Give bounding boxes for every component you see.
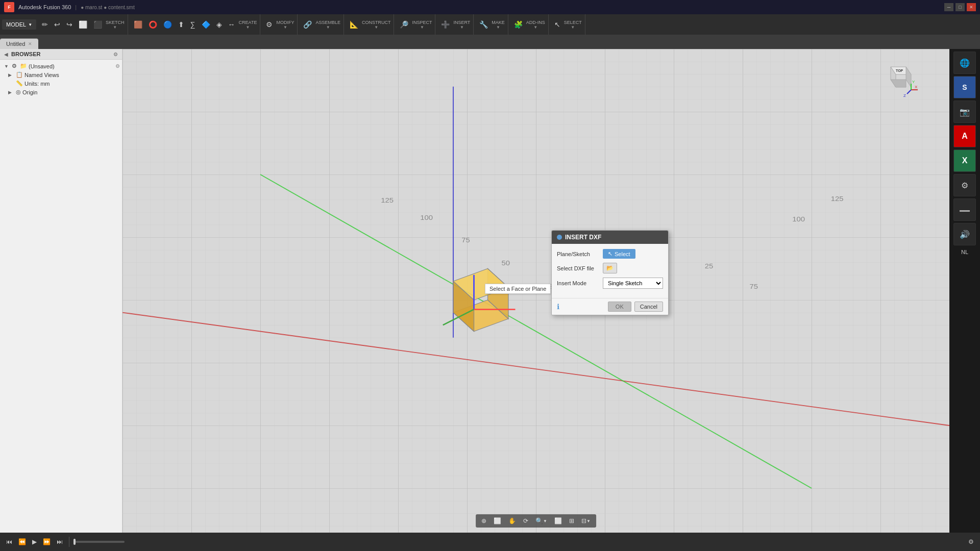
svg-text:100: 100 [792, 215, 805, 223]
taskbar-icon-acrobat[interactable]: A [953, 125, 976, 147]
create-sphere[interactable]: ⭕ [146, 19, 160, 30]
tree-item-root-label: (Unsaved) [29, 63, 115, 69]
taskbar-icon-sound[interactable]: 🔊 [953, 223, 976, 245]
display-mode1[interactable]: ⬜ [552, 516, 565, 526]
skip-back-btn[interactable]: ⏮ [4, 537, 14, 546]
create-cyl[interactable]: 🔵 [161, 19, 175, 30]
units-label: Units: mm [24, 81, 120, 87]
addins-btn[interactable]: 🧩 [511, 19, 525, 30]
construct-section: 📐 CONSTRUCT ▼ [344, 14, 395, 35]
left-panel: ◀ BROWSER ⚙ ▼ ⚙ 📁 (Unsaved) ⚙ ▶ 📋 Named … [0, 49, 122, 551]
create-sum[interactable]: ∑ [188, 19, 198, 30]
svg-text:125: 125 [381, 196, 394, 204]
timeline-scrubber[interactable] [74, 541, 125, 543]
redo-btn[interactable]: ↪ [64, 19, 75, 30]
close-button[interactable]: ✕ [967, 3, 976, 11]
dialog-ok-btn[interactable]: OK [608, 302, 631, 312]
skip-fwd-btn[interactable]: ⏭ [55, 537, 65, 546]
expand-icon-named-views[interactable]: ▶ [8, 72, 14, 78]
svg-line-30 [907, 90, 911, 94]
sketch-btn[interactable]: ✏ [39, 19, 51, 30]
tree-item-origin[interactable]: ▶ ◎ Origin [0, 88, 122, 96]
play-controls: ⏮ ⏪ ▶ ⏩ ⏭ [4, 537, 125, 547]
app-title: Autodesk Fusion 360 [18, 4, 71, 10]
svg-text:125: 125 [831, 194, 844, 202]
taskbar-icon-unknown1[interactable]: ▬▬ [953, 198, 976, 221]
pan-box-tool[interactable]: ⬜ [491, 516, 504, 526]
dialog-footer-info-icon[interactable]: ℹ [557, 303, 559, 311]
browser-title: BROWSER [11, 51, 40, 57]
cursor-icon: ↖ [608, 251, 612, 257]
taskbar-icon-s[interactable]: S [953, 76, 976, 98]
viewport[interactable]: 125 100 75 50 25 25 75 100 125 Select a … [122, 49, 949, 551]
language-indicator: NL [959, 247, 970, 257]
view-cube[interactable]: TOP X Y Z [878, 59, 919, 100]
timeline-handle[interactable] [74, 539, 76, 545]
play-btn[interactable]: ▶ [30, 537, 39, 546]
tree-item-units[interactable]: 📏 Units: mm [0, 79, 122, 88]
status-bar: ⏮ ⏪ ▶ ⏩ ⏭ ⚙ [0, 533, 980, 551]
rotate-tool[interactable]: ⟳ [521, 516, 531, 526]
undo-btn[interactable]: ↩ [52, 19, 63, 30]
svg-text:50: 50 [502, 259, 510, 267]
dialog-cancel-btn[interactable]: Cancel [634, 302, 663, 312]
select-btn[interactable]: ↖ [552, 19, 563, 30]
create-form[interactable]: 🔷 [199, 19, 213, 30]
create-box[interactable]: 🟫 [131, 19, 145, 30]
create-patch[interactable]: ◈ [214, 19, 225, 30]
select-dxf-label: Select DXF file [557, 265, 603, 271]
create-rev[interactable]: ↔ [226, 19, 238, 30]
display-mode2[interactable]: ⊞ [567, 516, 577, 526]
zoom-tool[interactable]: 🔍▼ [533, 516, 550, 526]
taskbar-icon-photo[interactable]: 📷 [953, 101, 976, 123]
create-ext[interactable]: ⬆ [176, 19, 187, 30]
tree-item-named-views[interactable]: ▶ 📋 Named Views [0, 70, 122, 79]
insert-mode-row: Insert Mode Single Sketch Multiple Sketc… [557, 278, 663, 289]
window-controls: ─ □ ✕ [944, 3, 976, 11]
expand-icon-origin[interactable]: ▶ [8, 90, 14, 95]
svg-marker-23 [906, 67, 911, 87]
svg-text:X: X [915, 85, 918, 89]
select-section: ↖ SELECT ▼ [549, 14, 585, 35]
step-fwd-btn[interactable]: ⏩ [41, 537, 53, 546]
addins-section: 🧩 ADD-INS ▼ [508, 14, 549, 35]
construct-btn[interactable]: 📐 [347, 19, 361, 30]
plane-sketch-select-btn[interactable]: ↖ Select [603, 249, 635, 259]
make-btn[interactable]: 🔧 [477, 19, 491, 30]
expand-icon-root[interactable]: ▼ [4, 64, 10, 69]
display-mode3[interactable]: ⊟▼ [579, 516, 593, 526]
maximize-button[interactable]: □ [955, 3, 965, 11]
dialog-body: Plane/Sketch ↖ Select Select DXF file 📂 [552, 244, 668, 298]
status-settings-btn[interactable]: ⚙ [966, 537, 976, 546]
plane-sketch-control: ↖ Select [603, 249, 663, 259]
folder-icon: 📂 [606, 265, 614, 271]
insert-btn[interactable]: ➕ [438, 19, 452, 30]
step-back-btn[interactable]: ⏪ [16, 537, 28, 546]
insert-mode-control: Single Sketch Multiple Sketches [603, 278, 663, 289]
insert-mode-select[interactable]: Single Sketch Multiple Sketches [603, 278, 663, 289]
sketch-more1[interactable]: ⬜ [76, 19, 90, 30]
svg-text:25: 25 [705, 262, 714, 270]
browser-tree: ▼ ⚙ 📁 (Unsaved) ⚙ ▶ 📋 Named Views 📏 Unit… [0, 60, 122, 551]
tab-close-btn[interactable]: ✕ [28, 41, 32, 46]
untitled-tab[interactable]: Untitled ✕ [0, 38, 38, 49]
taskbar-icon-globe[interactable]: 🌐 [953, 52, 976, 74]
select-dxf-control: 📂 [603, 263, 663, 273]
select-dxf-btn[interactable]: 📂 [603, 263, 617, 273]
browser-settings-btn[interactable]: ⚙ [113, 52, 118, 57]
orbit-tool[interactable]: ⊕ [479, 516, 489, 526]
modify-btn[interactable]: ⚙ [263, 19, 275, 30]
create-section: 🟫 ⭕ 🔵 ⬆ ∑ 🔷 ◈ ↔ CREATE ▼ [128, 14, 261, 35]
inspect-btn[interactable]: 🔎 [397, 19, 411, 30]
main-area: ◀ BROWSER ⚙ ▼ ⚙ 📁 (Unsaved) ⚙ ▶ 📋 Named … [0, 49, 980, 551]
browser-collapse-btn[interactable]: ◀ [4, 52, 8, 57]
sketch-more2[interactable]: ⬛ [91, 19, 105, 30]
model-dropdown[interactable]: MODEL ▼ [2, 19, 36, 30]
assemble-btn[interactable]: 🔗 [301, 19, 314, 30]
taskbar-icon-gear[interactable]: ⚙ [953, 174, 976, 196]
tree-item-root[interactable]: ▼ ⚙ 📁 (Unsaved) ⚙ [0, 62, 122, 70]
taskbar-icon-excel[interactable]: X [953, 149, 976, 172]
minimize-button[interactable]: ─ [944, 3, 953, 11]
viewport-tools: ⊕ ⬜ ✋ ⟳ 🔍▼ ⬜ ⊞ ⊟▼ [476, 514, 596, 528]
pan-tool[interactable]: ✋ [506, 516, 519, 526]
